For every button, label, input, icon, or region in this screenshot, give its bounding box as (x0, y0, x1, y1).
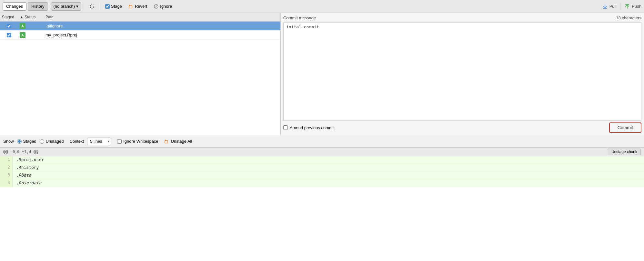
staged-cell[interactable] (0, 32, 18, 39)
status-cell: A (18, 22, 44, 30)
diff-line-content: .Ruserdata (13, 179, 644, 187)
diff-line-content: .Rhistory (13, 164, 644, 171)
branch-selector[interactable]: (no branch) ▾ (51, 2, 81, 11)
status-cell: A (18, 31, 44, 39)
ignore-whitespace-checkbox[interactable] (117, 139, 122, 144)
file-row[interactable]: A my_project.Rproj (0, 31, 280, 40)
char-count: 13 characters (616, 15, 641, 20)
ignore-icon (154, 4, 159, 9)
pull-icon (602, 4, 608, 9)
file-table-header: Staged ▲ Status Path (0, 13, 280, 22)
unstage-all-text: Unstage All (171, 139, 192, 144)
status-badge: A (20, 23, 25, 29)
unstaged-radio-text: Unstaged (46, 139, 64, 144)
staged-radio[interactable] (17, 139, 22, 144)
push-icon (624, 4, 630, 9)
file-path[interactable]: .gitignore (44, 22, 280, 30)
col-path-header: Path (44, 14, 280, 20)
history-tab[interactable]: History (28, 2, 48, 11)
branch-label: (no branch) (54, 4, 75, 9)
amend-label[interactable]: Amend previous commit (283, 125, 335, 130)
commit-panel: Commit message 13 characters Amend previ… (281, 13, 644, 135)
show-toolbar: Show Staged Unstaged Context 1 line 3 li… (0, 135, 644, 148)
staged-radio-text: Staged (23, 139, 36, 144)
commit-button[interactable]: Commit (609, 122, 641, 133)
file-path[interactable]: my_project.Rproj (44, 31, 280, 39)
content-wrapper: Staged ▲ Status Path A .gitignore (0, 13, 644, 261)
stage-button[interactable]: Stage (103, 2, 125, 11)
diff-line-number: 4 (0, 179, 13, 187)
ignore-label: Ignore (160, 4, 172, 9)
ignore-whitespace-label[interactable]: Ignore Whitespace (117, 139, 158, 144)
diff-line-number: 1 (0, 156, 13, 164)
branch-dropdown-icon: ▾ (76, 4, 78, 9)
context-select[interactable]: 1 line 3 lines 5 lines 10 lines (87, 138, 111, 145)
stage-checkbox-icon (105, 4, 110, 9)
stage-label: Stage (111, 4, 122, 9)
sort-icon: ▲ (20, 15, 25, 19)
main-toolbar: Changes History (no branch) ▾ Stage Reve… (0, 0, 644, 13)
commit-header: Commit message 13 characters (283, 15, 641, 20)
diff-hunk-range: @@ -0,0 +1,4 @@ (3, 150, 38, 154)
context-label: Context (69, 139, 84, 144)
ignore-whitespace-text: Ignore Whitespace (123, 139, 158, 144)
diff-line-number: 2 (0, 164, 13, 171)
diff-line-content: .Rproj.user (13, 156, 644, 164)
revert-icon (128, 4, 134, 9)
commit-message-textarea[interactable] (283, 22, 641, 121)
diff-line-number: 3 (0, 172, 13, 179)
toolbar-divider-2 (100, 3, 100, 10)
revert-button[interactable]: Revert (126, 2, 150, 11)
pull-label: Pull (609, 4, 617, 9)
file-panel: Staged ▲ Status Path A .gitignore (0, 13, 281, 135)
unstaged-radio[interactable] (40, 139, 44, 144)
push-button[interactable]: Push (624, 4, 641, 9)
unstaged-radio-label[interactable]: Unstaged (40, 139, 64, 144)
top-section: Staged ▲ Status Path A .gitignore (0, 13, 644, 135)
commit-footer: Amend previous commit Commit (283, 122, 641, 133)
staged-checkbox[interactable] (7, 33, 11, 37)
amend-text: Amend previous commit (290, 125, 335, 130)
diff-hunk-header: @@ -0,0 +1,4 @@ Unstage chunk (0, 148, 644, 156)
refresh-icon (89, 4, 95, 9)
diff-line-content: .RData (13, 172, 644, 179)
file-row[interactable]: A .gitignore (0, 22, 280, 31)
toolbar-divider-1 (84, 3, 84, 10)
status-badge: A (20, 32, 25, 38)
svg-rect-4 (625, 4, 629, 5)
diff-line: 2 .Rhistory (0, 164, 644, 172)
svg-rect-3 (603, 8, 607, 9)
show-label: Show (3, 139, 14, 144)
push-label: Push (632, 4, 641, 9)
commit-message-label: Commit message (283, 15, 316, 20)
col-staged-header: Staged (0, 14, 18, 20)
staged-radio-label[interactable]: Staged (17, 139, 36, 144)
unstage-all-button[interactable]: Unstage All (164, 139, 192, 144)
bottom-section: Show Staged Unstaged Context 1 line 3 li… (0, 135, 644, 261)
diff-line: 4 .Ruserdata (0, 179, 644, 187)
diff-line: 3 .RData (0, 172, 644, 179)
changes-tab[interactable]: Changes (3, 2, 26, 11)
context-select-wrapper: 1 line 3 lines 5 lines 10 lines (87, 138, 111, 145)
unstage-chunk-button[interactable]: Unstage chunk (608, 149, 641, 155)
amend-checkbox[interactable] (283, 125, 288, 130)
diff-line: 1 .Rproj.user (0, 156, 644, 164)
toolbar-divider-3 (620, 3, 620, 10)
pull-push-section: Pull Push (602, 3, 641, 10)
staged-cell[interactable] (0, 23, 18, 30)
diff-area: @@ -0,0 +1,4 @@ Unstage chunk 1 .Rproj.u… (0, 148, 644, 261)
svg-line-2 (155, 5, 158, 8)
unstage-all-icon (164, 139, 169, 144)
revert-label: Revert (135, 4, 147, 9)
refresh-button[interactable] (87, 2, 97, 11)
pull-button[interactable]: Pull (602, 4, 617, 9)
ignore-button[interactable]: Ignore (151, 2, 175, 11)
col-status-header: ▲ Status (18, 14, 44, 20)
staged-checkbox[interactable] (7, 24, 11, 28)
